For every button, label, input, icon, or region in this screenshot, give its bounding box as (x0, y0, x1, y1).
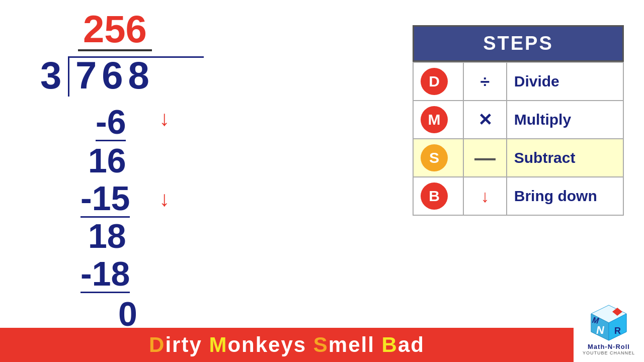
svg-text:R: R (614, 326, 621, 336)
label-multiply: Multiply (507, 101, 623, 139)
letter-circle-b: B (421, 183, 448, 210)
banner-d: D (149, 333, 165, 356)
table-row: D ÷ Divide (413, 62, 623, 101)
banner-s: S (313, 333, 329, 356)
label-bringdown: Bring down (507, 177, 623, 215)
step-minus-15: -15 (80, 181, 130, 218)
steps-table: D ÷ Divide M ✕ Multiply S (413, 62, 624, 216)
step-minus-18: -18 (80, 256, 130, 293)
steps-header: STEPS (413, 25, 624, 62)
logo-cube-svg: N M R (586, 303, 631, 343)
symbol-bringdown: ↓ (463, 177, 507, 215)
symbol-multiply: ✕ (463, 101, 507, 139)
label-subtract: Subtract (507, 139, 623, 177)
bottom-banner: Dirty Monkeys Smell Bad (0, 328, 574, 362)
logo-svg: N M R (586, 303, 631, 343)
banner-onkeys: onkeys (227, 333, 313, 356)
answer-display: 256 (83, 10, 147, 48)
banner-m: M (209, 333, 227, 356)
banner-ad: ad (398, 333, 425, 356)
symbol-subtract: — (463, 139, 507, 177)
banner-b: B (382, 333, 398, 356)
logo-name: Math-N-Roll (583, 343, 635, 351)
symbol-divide: ÷ (463, 62, 507, 101)
step-16: 16 (88, 143, 126, 177)
logo-subtitle: YOUTUBE CHANNEL (583, 350, 635, 356)
answer-number: 256 (83, 8, 147, 50)
bracket-vertical (68, 56, 69, 97)
divisor: 3 (40, 56, 61, 95)
letter-circle-d: D (421, 68, 448, 95)
arrow-down-2: ↓ (159, 189, 170, 210)
banner-text: Dirty Monkeys Smell Bad (149, 333, 425, 357)
banner-irty: irty (165, 333, 209, 356)
letter-circle-s: S (421, 144, 448, 171)
step-18: 18 (88, 219, 126, 253)
steps-table-container: STEPS D ÷ Divide M ✕ Multiply (413, 25, 624, 216)
letter-circle-m: M (421, 106, 448, 133)
table-row: B ↓ Bring down (413, 177, 623, 215)
dividend: 768 (75, 56, 154, 95)
arrow-down-1: ↓ (159, 108, 170, 129)
logo-area: N M R Math-N-Roll YOUTUBE CHANNEL (574, 297, 644, 362)
banner-mell: mell (329, 333, 382, 356)
logo-text: Math-N-Roll YOUTUBE CHANNEL (583, 343, 635, 356)
label-divide: Divide (507, 62, 623, 101)
table-row: M ✕ Multiply (413, 101, 623, 139)
step-zero: 0 (118, 297, 137, 331)
long-division-area: 256 3 768 -6 16 -15 18 -18 (30, 10, 282, 332)
table-row-highlighted: S — Subtract (413, 139, 623, 177)
step-minus-6: -6 (96, 105, 126, 141)
